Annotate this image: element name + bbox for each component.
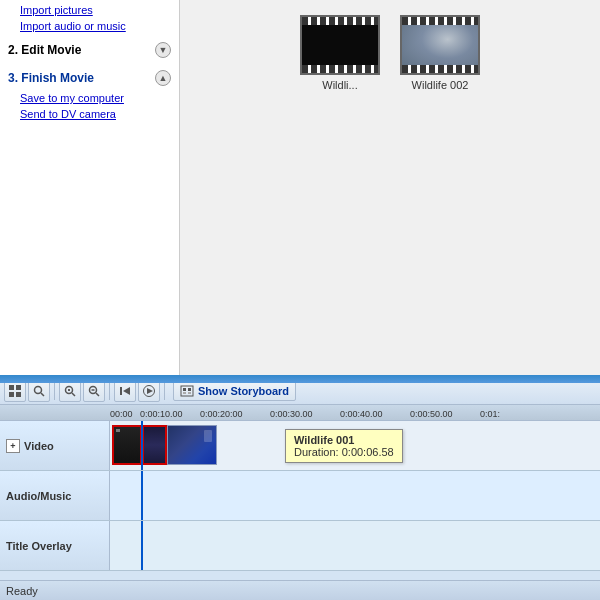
svg-rect-0: [9, 385, 14, 390]
video-label-text: Video: [24, 440, 54, 452]
svg-marker-14: [123, 387, 130, 395]
svg-rect-19: [188, 388, 191, 391]
svg-rect-3: [16, 392, 21, 397]
svg-point-4: [35, 386, 42, 393]
edit-movie-label: 2. Edit Movie: [8, 43, 81, 57]
video-expand-button[interactable]: +: [6, 439, 20, 453]
zoom-in-icon: [64, 385, 76, 397]
clip-tooltip: Wildlife 001 Duration: 0:00:06.58: [285, 429, 403, 463]
svg-rect-1: [16, 385, 21, 390]
tracks-container: + Video Wildlife 001: [0, 421, 600, 584]
svg-marker-16: [147, 388, 153, 394]
tooltip-duration-label: Duration:: [294, 446, 339, 458]
storyboard-label: Show Storyboard: [198, 385, 289, 397]
magnify-icon: [33, 385, 45, 397]
video-clip-black[interactable]: [112, 425, 142, 465]
title-track-row: Title Overlay: [0, 521, 600, 571]
toolbar-divider-2: [109, 382, 110, 400]
filmstrip-top-2: [402, 17, 478, 25]
clip-thumbnail-wildlife002: [400, 15, 480, 75]
title-track-content[interactable]: [110, 521, 600, 570]
storyboard-icon: [180, 384, 194, 398]
ruler-mark-6: 0:01:: [480, 409, 500, 419]
title-playhead: [141, 521, 143, 570]
sidebar-finish-section: 3. Finish Movie ▲ Save to my computer Se…: [0, 64, 179, 124]
svg-rect-20: [183, 392, 186, 394]
edit-movie-header[interactable]: 2. Edit Movie ▼: [0, 38, 179, 62]
sidebar-edit-section: 2. Edit Movie ▼: [0, 36, 179, 64]
tooltip-title: Wildlife 001: [294, 434, 394, 446]
send-to-dv-link[interactable]: Send to DV camera: [0, 106, 179, 122]
timeline-section: Show Storyboard 00:00 0:00:10.00 0:00:20…: [0, 375, 600, 600]
svg-line-9: [72, 393, 75, 396]
tooltip-duration-value: 0:00:06.58: [342, 446, 394, 458]
filmstrip-bottom-2: [402, 65, 478, 73]
video-playhead: [141, 421, 143, 470]
content-area: Wildli... Wildlife 002: [180, 0, 600, 375]
video-track-label: + Video: [0, 421, 110, 470]
sidebar-import-section: Import pictures Import audio or music: [0, 0, 179, 36]
ruler-mark-2: 0:00:20:00: [200, 409, 243, 419]
video-track-content[interactable]: Wildlife 001 Duration: 0:00:06.58: [110, 421, 600, 470]
clip-item-wildli[interactable]: Wildli...: [300, 15, 380, 91]
ruler-mark-1: 0:00:10.00: [140, 409, 183, 419]
clip-thumbnail-wildli: [300, 15, 380, 75]
video-track-row: + Video Wildlife 001: [0, 421, 600, 471]
finish-movie-header[interactable]: 3. Finish Movie ▲: [0, 66, 179, 90]
ruler-marks-container: 00:00 0:00:10.00 0:00:20:00 0:00:30.00 0…: [110, 405, 600, 420]
edit-movie-chevron: ▼: [155, 42, 171, 58]
save-to-computer-link[interactable]: Save to my computer: [0, 90, 179, 106]
top-section: Import pictures Import audio or music 2.…: [0, 0, 600, 375]
clip-label-wildlife002: Wildlife 002: [412, 79, 469, 91]
title-label-text: Title Overlay: [6, 540, 72, 552]
clip-item-wildlife002[interactable]: Wildlife 002: [400, 15, 480, 91]
toolbar-divider-3: [164, 382, 165, 400]
audio-track-row: Audio/Music: [0, 471, 600, 521]
status-text: Ready: [6, 585, 38, 597]
svg-rect-13: [120, 387, 122, 395]
toolbar-divider-1: [54, 382, 55, 400]
svg-line-12: [96, 393, 99, 396]
ruler-mark-4: 0:00:40.00: [340, 409, 383, 419]
audio-playhead: [141, 471, 143, 520]
video-clip-blue[interactable]: [167, 425, 217, 465]
filmstrip-bottom-1: [302, 65, 378, 73]
ruler-mark-5: 0:00:50.00: [410, 409, 453, 419]
svg-rect-18: [183, 388, 186, 391]
skip-back-icon: [119, 385, 131, 397]
zoom-out-icon: [88, 385, 100, 397]
show-storyboard-button[interactable]: Show Storyboard: [173, 381, 296, 401]
finish-movie-chevron: ▲: [155, 70, 171, 86]
clips-row: Wildli... Wildlife 002: [300, 15, 480, 91]
svg-line-5: [41, 393, 44, 396]
timeline-ruler: 00:00 0:00:10.00 0:00:20:00 0:00:30.00 0…: [0, 405, 600, 421]
play-icon: [143, 385, 155, 397]
video-clip-narrow[interactable]: [142, 425, 167, 465]
grid-icon: [9, 385, 21, 397]
import-audio-link[interactable]: Import audio or music: [0, 18, 179, 34]
status-bar: Ready: [0, 580, 600, 600]
ruler-mark-3: 0:00:30.00: [270, 409, 313, 419]
import-pictures-link[interactable]: Import pictures: [0, 2, 179, 18]
finish-movie-label: 3. Finish Movie: [8, 71, 94, 85]
title-track-label: Title Overlay: [0, 521, 110, 570]
tooltip-duration: Duration: 0:00:06.58: [294, 446, 394, 458]
filmstrip-top-1: [302, 17, 378, 25]
audio-label-text: Audio/Music: [6, 490, 71, 502]
svg-rect-17: [181, 386, 193, 396]
ruler-mark-0: 00:00: [110, 409, 133, 419]
clip-detail-1: [116, 429, 120, 432]
clip-detail-2: [204, 430, 212, 442]
sidebar: Import pictures Import audio or music 2.…: [0, 0, 180, 375]
svg-rect-21: [188, 392, 191, 394]
clip-label-wildli: Wildli...: [322, 79, 357, 91]
separator-bar: [0, 375, 600, 383]
svg-rect-2: [9, 392, 14, 397]
audio-track-content[interactable]: [110, 471, 600, 520]
audio-track-label: Audio/Music: [0, 471, 110, 520]
